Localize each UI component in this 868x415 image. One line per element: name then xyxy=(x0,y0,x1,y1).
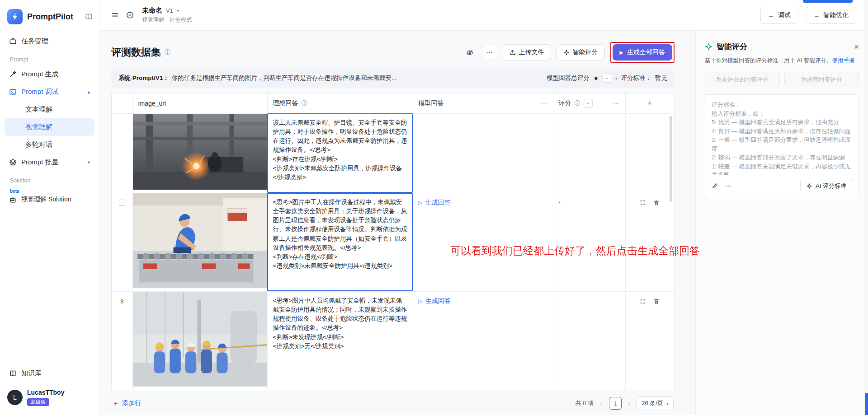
row-image[interactable] xyxy=(133,193,267,288)
expand-row-icon[interactable] xyxy=(640,200,646,206)
upload-file-button[interactable]: 上传文件 xyxy=(503,44,551,61)
sidebar-item-task-management[interactable]: 任务管理 xyxy=(5,33,94,50)
delete-row-icon[interactable] xyxy=(653,200,660,206)
menu-icon[interactable] xyxy=(111,11,119,19)
smart-score-button[interactable]: 智能评分 xyxy=(557,44,605,61)
document-title-block: 未命名 V1 ▾ 视觉理解 - 评分模式 xyxy=(142,6,192,24)
play-outline-icon: ▷ xyxy=(419,298,423,304)
page-number[interactable]: 1 xyxy=(609,397,622,410)
chevron-down-icon: ▾ xyxy=(87,159,90,165)
chevron-up-icon: ▴ xyxy=(87,89,90,95)
sidebar-item-prompt-debug[interactable]: Prompt 调试 ▴ xyxy=(5,83,94,101)
criteria-value: 暂无 xyxy=(655,74,667,82)
version-label[interactable]: V1 xyxy=(166,7,173,14)
pencil-icon[interactable] xyxy=(712,183,718,189)
row-handle-cell[interactable]: 8 xyxy=(112,291,132,390)
more-options-icon[interactable]: ⋯ xyxy=(725,182,732,190)
prev-page-icon[interactable]: ‹ xyxy=(599,399,604,408)
column-header-score[interactable]: 评分ⓘ-⋯ xyxy=(553,93,625,113)
tutorial-annotation-text: 可以看到我们已经都上传好了，然后点击生成全部回答 xyxy=(450,244,700,258)
collapse-sidebar-icon[interactable] xyxy=(85,13,93,22)
row-image[interactable] xyxy=(133,292,267,387)
plus-icon[interactable]: ＋ xyxy=(646,98,653,108)
score-unscored-button[interactable]: 为未评分的回答评分 xyxy=(705,72,780,87)
image-cell[interactable] xyxy=(132,291,267,390)
image-cell[interactable] xyxy=(132,193,267,291)
row-handle-cell[interactable] xyxy=(112,193,132,291)
manual-link[interactable]: 使用手册 xyxy=(832,57,854,64)
model-answer-cell[interactable]: ▷ 生成回答 xyxy=(413,291,553,390)
page-title: 评测数据集 ⓘ xyxy=(111,46,170,59)
image-url-header-label: image_url xyxy=(138,100,166,107)
total-score-label: 模型回答总评分 xyxy=(547,74,590,82)
info-icon[interactable]: ⓘ xyxy=(165,48,170,56)
window-scrollbar[interactable] xyxy=(864,0,868,415)
add-row-button[interactable]: ＋ 添加行 xyxy=(112,399,141,408)
sidebar-subitem-text-understanding[interactable]: 文本理解 xyxy=(5,101,94,118)
row-image[interactable] xyxy=(133,114,267,190)
ideal-answer-cell[interactable]: <思考>图片中工人在操作设备过程中，未佩戴安全手套这类安全防护用具；关于违规操作… xyxy=(267,193,413,291)
column-menu-icon[interactable]: ⋯ xyxy=(541,100,547,107)
ideal-answer-cell[interactable]: 该工人未佩戴安全帽、护目镜、安全手套等安全防护用具；对于设备操作，明显设备处于危… xyxy=(267,113,413,193)
expand-row-icon[interactable] xyxy=(640,298,646,304)
chevron-down-icon[interactable]: ▾ xyxy=(177,8,179,13)
main-content: 评测数据集 ⓘ ⋯ 上传文件 xyxy=(99,31,695,415)
smart-optimize-button[interactable]: → 智能优化 xyxy=(806,7,856,24)
info-icon[interactable]: ⓘ xyxy=(302,99,307,107)
sidebar-item-knowledge-base[interactable]: 知识库 xyxy=(5,364,94,382)
sidebar-item-vision-solution[interactable]: beta 视觉理解 Solution xyxy=(5,189,94,208)
column-header-ideal-answer[interactable]: 理想回答ⓘ xyxy=(267,93,413,113)
generate-all-answers-button[interactable]: ▶ 生成全部回答 xyxy=(613,44,672,61)
score-cell[interactable] xyxy=(553,113,625,193)
page-size-select[interactable]: 20 条/页 ▾ xyxy=(637,396,674,410)
score-cell[interactable]: - xyxy=(553,193,625,291)
ai-score-standard-button[interactable]: AI 评分标准 xyxy=(800,179,852,193)
eye-off-icon[interactable] xyxy=(463,46,476,59)
generate-answer-link[interactable]: ▷ 生成回答 xyxy=(419,297,451,305)
generate-answer-link[interactable]: ▷ 生成回答 xyxy=(419,199,451,207)
row-actions-cell xyxy=(625,193,674,291)
debug-button[interactable]: ← 调试 xyxy=(760,7,798,24)
image-cell[interactable] xyxy=(132,113,267,193)
user-account[interactable]: L LucasTTboy 高级版 xyxy=(0,382,99,415)
row-checkbox[interactable] xyxy=(119,200,125,206)
sidebar-item-prompt-generate[interactable]: Prompt 生成 xyxy=(5,65,94,83)
score-cell[interactable]: - xyxy=(553,291,625,390)
document-title[interactable]: 未命名 xyxy=(142,6,162,15)
add-circle-icon[interactable] xyxy=(126,11,134,19)
pagination: 共 8 项 ‹ 1 › 20 条/页 ▾ xyxy=(575,396,674,410)
delete-row-icon[interactable] xyxy=(653,298,660,304)
sidebar-subitem-vision-understanding[interactable]: 视觉理解 xyxy=(5,118,94,136)
score-filter[interactable]: - xyxy=(584,99,593,108)
ideal-answer-cell[interactable]: <思考>图片中人员均佩戴了安全帽，未发现未佩戴安全防护用具的情况；同时，未观察到… xyxy=(267,291,413,390)
sidebar-subitem-multiturn-dialog[interactable]: 多轮对话 xyxy=(5,136,94,154)
panel-description: 基于你对模型回答的评分标准，用于 AI 智能评分。使用手册 xyxy=(705,57,859,65)
info-icon[interactable]: ⓘ xyxy=(575,99,580,107)
model-answer-cell[interactable]: ▷ 生成回答 xyxy=(413,193,553,291)
factory-visit-image xyxy=(133,292,267,387)
column-header-image-url[interactable]: image_url xyxy=(132,93,267,113)
worker-conveyor-image xyxy=(133,193,267,288)
document-subtitle: 视觉理解 - 评分模式 xyxy=(142,16,192,24)
system-prompt-bar[interactable]: 系统 Prompt/V1： 你的任务是根据生产车间的图片，判断生产车间是否存在违… xyxy=(111,69,675,88)
add-column-header[interactable]: ＋ xyxy=(625,93,674,113)
column-header-model-answer[interactable]: 模型回答⋯ xyxy=(413,93,553,113)
window-scrollbar-thumb[interactable] xyxy=(865,393,868,415)
column-menu-icon[interactable]: ⋯ xyxy=(613,100,620,107)
add-row-label: 添加行 xyxy=(122,399,141,407)
close-icon[interactable]: × xyxy=(854,42,859,51)
score-criteria-editor[interactable]: 评分标准： 输入评分标准，如： 5: 优秀 — 模型回答完全满足所有要求，理由充… xyxy=(705,94,859,199)
table-scrollbar[interactable] xyxy=(670,116,672,202)
row-actions-cell xyxy=(625,291,674,390)
row-handle-cell[interactable] xyxy=(112,113,132,193)
next-page-icon[interactable]: › xyxy=(627,399,632,408)
arrow-left-icon: ← xyxy=(768,12,774,19)
score-all-button[interactable]: 为所有回答评分 xyxy=(784,72,859,87)
total-score-value[interactable]: - xyxy=(602,74,611,83)
more-options-button[interactable]: ⋯ xyxy=(482,45,497,60)
model-answer-cell[interactable] xyxy=(413,113,553,193)
sidebar-item-prompt-batch[interactable]: Prompt 批量 ▾ xyxy=(5,154,94,171)
chevron-down-icon[interactable]: ▾ xyxy=(615,76,617,81)
play-icon: ▶ xyxy=(620,50,623,56)
plus-icon: ＋ xyxy=(112,399,119,408)
